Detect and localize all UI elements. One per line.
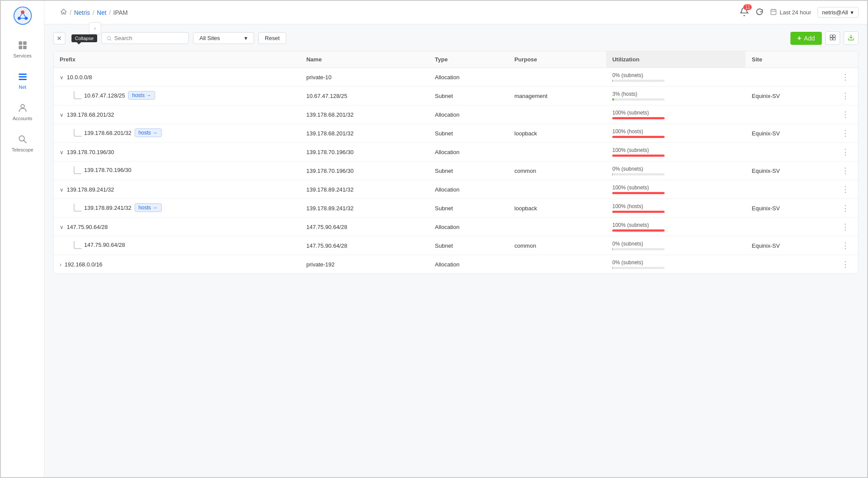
purpose-cell: management bbox=[509, 87, 607, 105]
hosts-badge[interactable]: hosts → bbox=[128, 91, 155, 100]
expand-chevron[interactable]: ∨ bbox=[60, 112, 65, 118]
hosts-badge[interactable]: hosts → bbox=[135, 203, 162, 212]
main-area: › / Netris / Net / IPAM 11 bbox=[44, 1, 867, 477]
prefix-value: 10.67.47.128/25 bbox=[84, 92, 125, 99]
row-more-button[interactable]: ⋮ bbox=[839, 109, 852, 120]
util-bar-bg bbox=[612, 211, 665, 213]
util-bar bbox=[612, 229, 665, 232]
utilization-cell: 100% (hosts) bbox=[606, 124, 746, 143]
util-bar-bg bbox=[612, 80, 665, 82]
col-type: Type bbox=[429, 51, 508, 68]
prefix-cell: ∨ 147.75.90.64/28 bbox=[54, 218, 300, 236]
row-more-button[interactable]: ⋮ bbox=[839, 165, 852, 176]
prefix-value: 147.75.90.64/28 bbox=[84, 242, 125, 248]
prefix-cell: ∨ 10.0.0.0/8 bbox=[54, 68, 300, 87]
util-bar bbox=[612, 98, 614, 101]
tenant-select[interactable]: netris@All ▾ bbox=[817, 7, 858, 18]
utilization-cell: 100% (subnets) bbox=[606, 105, 746, 124]
util-bar bbox=[612, 117, 665, 119]
util-label: 100% (subnets) bbox=[612, 222, 739, 228]
layout-button[interactable] bbox=[825, 31, 840, 45]
purpose-cell bbox=[509, 68, 607, 87]
svg-rect-12 bbox=[19, 74, 27, 75]
site-cell bbox=[746, 180, 833, 199]
breadcrumb-net[interactable]: Net bbox=[97, 9, 106, 16]
svg-point-0 bbox=[14, 7, 31, 24]
search-box[interactable] bbox=[102, 32, 189, 44]
expand-chevron[interactable]: ∨ bbox=[60, 149, 65, 155]
notification-bell[interactable]: 11 bbox=[739, 7, 749, 18]
row-more-button[interactable]: ⋮ bbox=[839, 203, 852, 213]
sidebar-toggle-button[interactable]: › bbox=[89, 22, 101, 34]
services-label: Services bbox=[13, 53, 31, 58]
collapse-tooltip: Collapse bbox=[71, 34, 97, 42]
search-icon bbox=[106, 35, 112, 41]
table-row: ∨ 139.178.70.196/30139.178.70.196/30Allo… bbox=[54, 143, 858, 162]
util-bar-bg bbox=[612, 229, 665, 232]
table-row: ∨ 139.178.89.241/32139.178.89.241/32Allo… bbox=[54, 180, 858, 199]
sidebar-item-services[interactable]: Services bbox=[1, 34, 44, 64]
ipam-table-wrapper: Prefix Name Type Purpose Utilization Sit… bbox=[53, 51, 858, 274]
util-label: 3% (hosts) bbox=[612, 91, 739, 97]
expand-chevron[interactable]: ∨ bbox=[60, 74, 65, 81]
sidebar: Services Net bbox=[1, 1, 44, 477]
prefix-value: 139.178.70.196/30 bbox=[84, 167, 131, 173]
util-bar bbox=[612, 211, 665, 213]
purpose-cell bbox=[509, 218, 607, 236]
more-actions-cell: ⋮ bbox=[833, 105, 858, 124]
sidebar-item-net[interactable]: Net bbox=[1, 65, 44, 95]
util-bar bbox=[612, 248, 613, 250]
add-button[interactable]: + Add bbox=[790, 32, 822, 45]
prefix-cell: ∨ 139.178.89.241/32 bbox=[54, 180, 300, 199]
row-more-button[interactable]: ⋮ bbox=[839, 147, 852, 157]
table-row: 139.178.70.196/30139.178.70.196/30Subnet… bbox=[54, 162, 858, 180]
col-utilization: Utilization bbox=[606, 51, 746, 68]
row-more-button[interactable]: ⋮ bbox=[839, 240, 852, 251]
type-cell: Subnet bbox=[429, 199, 508, 218]
reset-button[interactable]: Reset bbox=[258, 32, 286, 44]
download-button[interactable] bbox=[844, 31, 858, 45]
net-icon bbox=[17, 71, 29, 83]
expand-chevron[interactable]: ∨ bbox=[60, 224, 65, 230]
time-range-label: Last 24 hour bbox=[780, 9, 811, 16]
row-more-button[interactable]: ⋮ bbox=[839, 128, 852, 138]
search-input[interactable] bbox=[114, 35, 183, 41]
row-more-button[interactable]: ⋮ bbox=[839, 184, 852, 195]
row-more-button[interactable]: ⋮ bbox=[839, 222, 852, 232]
row-more-button[interactable]: ⋮ bbox=[839, 91, 852, 101]
util-bar bbox=[612, 267, 613, 269]
row-more-button[interactable]: ⋮ bbox=[839, 259, 852, 269]
top-header: › / Netris / Net / IPAM 11 bbox=[44, 1, 867, 24]
toolbar-right: + Add bbox=[790, 31, 858, 45]
util-bar bbox=[612, 80, 613, 82]
table-row: › 192.168.0.0/16private-192Allocation 0%… bbox=[54, 255, 858, 274]
hosts-badge[interactable]: hosts → bbox=[135, 128, 162, 137]
svg-rect-13 bbox=[19, 76, 27, 77]
more-actions-cell: ⋮ bbox=[833, 255, 858, 274]
expand-chevron[interactable]: ∨ bbox=[60, 187, 65, 193]
row-more-button[interactable]: ⋮ bbox=[839, 72, 852, 82]
purpose-cell: common bbox=[509, 236, 607, 255]
col-name: Name bbox=[300, 51, 429, 68]
svg-rect-18 bbox=[771, 10, 776, 15]
utilization-cell: 0% (subnets) bbox=[606, 255, 746, 274]
svg-line-17 bbox=[24, 141, 26, 143]
type-cell: Allocation bbox=[429, 218, 508, 236]
util-label: 0% (subnets) bbox=[612, 166, 739, 172]
site-cell: Equinix-SV bbox=[746, 236, 833, 255]
breadcrumb: / Netris / Net / IPAM bbox=[60, 8, 732, 17]
name-cell: 139.178.70.196/30 bbox=[300, 162, 429, 180]
util-bar-bg bbox=[612, 267, 665, 269]
sidebar-item-telescope[interactable]: Telescope bbox=[1, 128, 44, 158]
util-bar-bg bbox=[612, 173, 665, 175]
svg-point-7 bbox=[21, 11, 24, 13]
more-actions-cell: ⋮ bbox=[833, 236, 858, 255]
util-bar-bg bbox=[612, 98, 665, 101]
site-select[interactable]: All Sites ▾ bbox=[193, 32, 254, 44]
breadcrumb-netris[interactable]: Netris bbox=[74, 9, 90, 16]
expand-chevron[interactable]: › bbox=[60, 262, 63, 268]
refresh-button[interactable] bbox=[755, 7, 764, 18]
sidebar-item-accounts[interactable]: Accounts bbox=[1, 97, 44, 126]
close-filter-button[interactable]: ✕ bbox=[53, 32, 65, 44]
site-cell bbox=[746, 68, 833, 87]
